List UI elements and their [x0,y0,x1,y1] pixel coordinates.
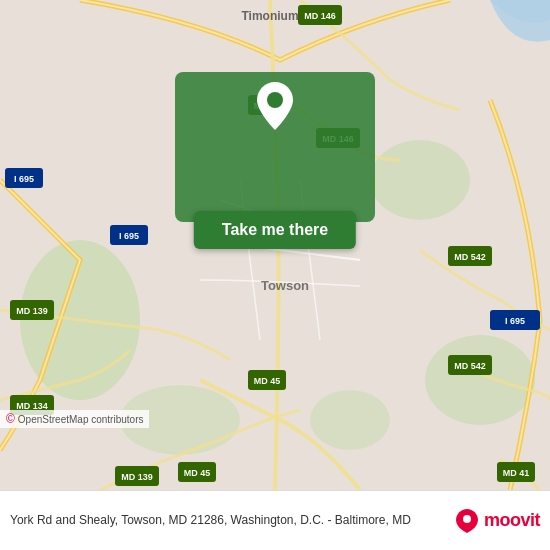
svg-point-37 [463,515,471,523]
moovit-label: moovit [484,510,540,531]
moovit-icon [453,507,481,535]
svg-text:MD 542: MD 542 [454,252,486,262]
moovit-logo: moovit [453,507,540,535]
svg-text:MD 45: MD 45 [254,376,281,386]
svg-text:Towson: Towson [261,278,309,293]
svg-text:MD 41: MD 41 [503,468,530,478]
map-container: I 695 I 695 I 695 MD 45 MD 45 MD 146 MD … [0,0,550,490]
svg-text:Timonium: Timonium [241,9,298,23]
svg-text:MD 45: MD 45 [184,468,211,478]
svg-text:I 695: I 695 [14,174,34,184]
location-pin [257,82,293,130]
svg-point-36 [267,92,283,108]
svg-text:MD 139: MD 139 [121,472,153,482]
svg-text:MD 146: MD 146 [304,11,336,21]
svg-point-2 [370,140,470,220]
osm-logo: © [6,412,15,426]
svg-text:I 695: I 695 [119,231,139,241]
svg-point-5 [310,390,390,450]
svg-text:MD 542: MD 542 [454,361,486,371]
svg-text:I 695: I 695 [505,316,525,326]
address-text: York Rd and Shealy, Towson, MD 21286, Wa… [10,512,445,529]
info-bar: York Rd and Shealy, Towson, MD 21286, Wa… [0,490,550,550]
copyright-text: OpenStreetMap contributors [18,414,144,425]
map-overlay [175,72,375,222]
take-me-there-button[interactable]: Take me there [194,211,356,249]
svg-point-3 [425,335,535,425]
svg-text:MD 139: MD 139 [16,306,48,316]
copyright-bar: © OpenStreetMap contributors [0,410,149,428]
